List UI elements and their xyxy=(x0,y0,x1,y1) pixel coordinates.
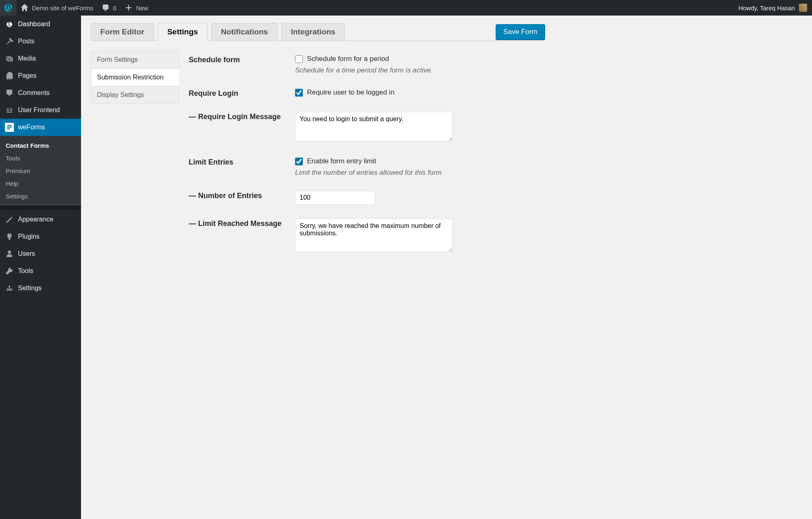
checkbox-label: Require user to be logged in xyxy=(307,88,395,97)
home-icon xyxy=(20,4,29,12)
tools-icon xyxy=(5,266,14,275)
media-icon xyxy=(5,54,14,63)
sidebar-label: Dashboard xyxy=(18,20,50,28)
sidebar-separator xyxy=(0,206,81,211)
admin-bar: Demo site of weForms 0 New Howdy, Tareq … xyxy=(0,0,555,16)
pages-icon xyxy=(5,71,14,80)
checkbox-schedule-form[interactable] xyxy=(295,55,303,63)
label-require-login-message: — Require Login Message xyxy=(189,112,295,121)
main-content: Form Editor Settings Notifications Integ… xyxy=(81,16,555,280)
sidebar-label: weForms xyxy=(18,124,45,131)
new-label: New xyxy=(136,5,148,11)
desc-limit-entries: Limit the number of entries allowed for … xyxy=(295,169,543,177)
sidebar-item-tools[interactable]: Tools xyxy=(0,262,81,280)
submenu-contact-forms[interactable]: Contact Forms xyxy=(0,139,81,152)
wp-logo[interactable] xyxy=(0,0,16,16)
weforms-icon xyxy=(5,123,14,132)
sidebar-item-plugins[interactable]: Plugins xyxy=(0,228,81,245)
sidebar-item-users[interactable]: Users xyxy=(0,245,81,262)
sidebar-submenu-weforms: Contact Forms Tools Premium Help Setting… xyxy=(0,136,81,206)
row-require-login-message: — Require Login Message xyxy=(189,112,543,143)
subnav-submission-restriction[interactable]: Submission Restriction xyxy=(91,68,179,86)
row-schedule-form: Schedule form Schedule form for a period… xyxy=(189,55,543,74)
sidebar-item-appearance[interactable]: Appearance xyxy=(0,211,81,228)
plus-icon xyxy=(124,4,133,12)
sidebar-label: Appearance xyxy=(18,216,53,223)
users-icon xyxy=(5,249,14,258)
textarea-require-login-message[interactable] xyxy=(295,112,453,141)
comments-count: 0 xyxy=(113,5,116,11)
sidebar-label: Comments xyxy=(18,89,50,97)
sidebar-label: User Frontend xyxy=(18,106,60,114)
sidebar-label: Media xyxy=(18,55,36,62)
settings-subnav: Form Settings Submission Restriction Dis… xyxy=(91,51,179,272)
row-number-of-entries: — Number of Entries xyxy=(189,191,543,205)
sidebar-item-media[interactable]: Media xyxy=(0,50,81,67)
label-limit-reached-message: — Limit Reached Message xyxy=(189,219,295,228)
submenu-settings[interactable]: Settings xyxy=(0,190,81,203)
checkbox-require-login[interactable] xyxy=(295,89,303,97)
comments-icon xyxy=(5,88,14,97)
pin-icon xyxy=(5,37,14,46)
wordpress-icon xyxy=(4,4,12,12)
checkbox-limit-entries[interactable] xyxy=(295,158,303,165)
comments-link[interactable]: 0 xyxy=(97,0,120,16)
tabs-row: Form Editor Settings Notifications Integ… xyxy=(91,23,545,41)
admin-sidebar: Dashboard Posts Media Pages Comments Use… xyxy=(0,16,81,354)
sidebar-item-user-frontend[interactable]: User Frontend xyxy=(0,102,81,119)
label-schedule-form: Schedule form xyxy=(189,55,295,64)
tab-integrations[interactable]: Integrations xyxy=(282,23,345,41)
label-require-login: Require Login xyxy=(189,88,295,98)
sidebar-label: Pages xyxy=(18,72,36,79)
sidebar-item-comments[interactable]: Comments xyxy=(0,84,81,102)
plugins-icon xyxy=(5,232,14,241)
sidebar-item-posts[interactable]: Posts xyxy=(0,33,81,50)
sidebar-item-pages[interactable]: Pages xyxy=(0,67,81,84)
row-limit-reached-message: — Limit Reached Message xyxy=(189,219,543,254)
submenu-tools[interactable]: Tools xyxy=(0,152,81,165)
dashboard-icon xyxy=(5,20,14,29)
sidebar-label: Users xyxy=(18,250,35,257)
row-limit-entries: Limit Entries Enable form entry limit Li… xyxy=(189,157,543,177)
label-number-of-entries: — Number of Entries xyxy=(189,191,295,200)
input-number-of-entries[interactable] xyxy=(295,191,375,205)
site-name-text: Demo site of weForms xyxy=(32,5,93,11)
tab-notifications[interactable]: Notifications xyxy=(212,23,277,41)
settings-icon xyxy=(5,284,14,293)
sidebar-item-settings[interactable]: Settings xyxy=(0,280,81,297)
subnav-display-settings[interactable]: Display Settings xyxy=(91,86,179,104)
new-link[interactable]: New xyxy=(120,0,152,16)
save-form-button[interactable]: Save Form xyxy=(496,24,545,40)
tab-settings[interactable]: Settings xyxy=(158,23,208,41)
user-frontend-icon xyxy=(5,106,14,115)
sidebar-item-dashboard[interactable]: Dashboard xyxy=(0,16,81,33)
settings-panel: Schedule form Schedule form for a period… xyxy=(179,51,543,272)
site-name-link[interactable]: Demo site of weForms xyxy=(16,0,97,16)
submenu-premium[interactable]: Premium xyxy=(0,165,81,177)
sidebar-label: Tools xyxy=(18,267,33,275)
sidebar-label: Settings xyxy=(18,284,42,292)
textarea-limit-reached-message[interactable] xyxy=(295,219,453,252)
checkbox-label: Enable form entry limit xyxy=(307,157,376,165)
appearance-icon xyxy=(5,215,14,224)
desc-schedule-form: Schedule for a time period the form is a… xyxy=(295,66,543,74)
sidebar-item-weforms[interactable]: weForms xyxy=(0,119,81,136)
row-require-login: Require Login Require user to be logged … xyxy=(189,88,543,98)
sidebar-label: Posts xyxy=(18,38,34,45)
checkbox-label: Schedule form for a period xyxy=(307,55,389,63)
comment-icon xyxy=(102,4,110,12)
sidebar-label: Plugins xyxy=(18,233,39,240)
submenu-help[interactable]: Help xyxy=(0,177,81,190)
tab-form-editor[interactable]: Form Editor xyxy=(91,23,154,41)
label-limit-entries: Limit Entries xyxy=(189,157,295,167)
subnav-form-settings[interactable]: Form Settings xyxy=(91,51,179,69)
